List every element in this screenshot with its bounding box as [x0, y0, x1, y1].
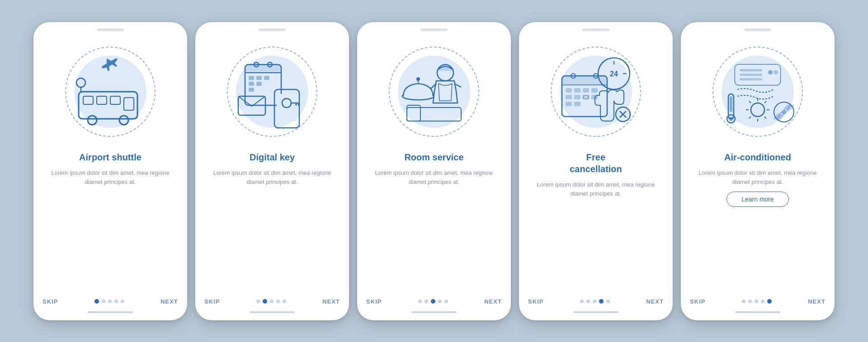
next-button-1[interactable]: NEXT — [160, 298, 178, 305]
next-button-5[interactable]: NEXT — [808, 298, 826, 305]
dot-1-3 — [108, 300, 112, 303]
svg-rect-15 — [256, 76, 262, 80]
nav-row-2: SKIP NEXT — [204, 298, 340, 305]
bottom-nav-1: SKIP NEXT — [33, 298, 187, 320]
dot-3-2 — [425, 300, 428, 303]
content-5: Air-conditioned Lorem ipsum dolor sit di… — [681, 34, 835, 298]
learn-more-button[interactable]: Learn more — [726, 192, 789, 207]
svg-point-66 — [768, 70, 773, 75]
description-4: Lorem ipsum dolor sit dim amet, mea regi… — [530, 180, 662, 199]
bottom-nav-3: SKIP NEXT — [357, 298, 511, 320]
description-2: Lorem ipsum dolor sit dim amet, mea regi… — [206, 169, 338, 187]
title-1: Airport shuttle — [79, 151, 142, 163]
dot-3-3 — [431, 299, 435, 304]
svg-rect-63 — [740, 69, 762, 71]
skip-button-4[interactable]: SKIP — [528, 298, 544, 305]
home-indicator-1 — [88, 311, 133, 313]
illustration-air-conditioned — [703, 37, 812, 146]
svg-line-81 — [749, 117, 751, 118]
content-2: Digital key Lorem ipsum dolor sit dim am… — [195, 34, 349, 298]
dot-5-2 — [748, 300, 752, 303]
svg-rect-6 — [124, 98, 134, 110]
svg-point-27 — [437, 65, 453, 81]
dots-3 — [418, 299, 448, 304]
svg-rect-14 — [249, 76, 254, 80]
top-bar-2 — [195, 22, 349, 34]
svg-rect-2 — [97, 96, 107, 104]
bottom-nav-4: SKIP NEXT — [519, 298, 673, 320]
phone-screen-2: Digital key Lorem ipsum dolor sit dim am… — [195, 22, 349, 320]
title-3: Room service — [404, 151, 463, 163]
svg-rect-51 — [574, 95, 580, 99]
top-bar-4 — [519, 22, 673, 34]
dot-2-3 — [270, 300, 274, 303]
svg-rect-49 — [591, 88, 598, 93]
next-button-3[interactable]: NEXT — [484, 298, 502, 305]
svg-rect-65 — [740, 78, 762, 80]
speaker-2 — [259, 28, 286, 31]
svg-rect-46 — [566, 88, 572, 93]
svg-rect-42 — [562, 76, 607, 85]
free-cancellation-svg: 24 — [555, 51, 637, 132]
skip-button-3[interactable]: SKIP — [366, 298, 382, 305]
nav-row-1: SKIP NEXT — [42, 298, 178, 305]
dot-5-5 — [767, 299, 772, 304]
speaker-4 — [582, 28, 609, 31]
speaker-5 — [744, 28, 771, 31]
dot-4-1 — [580, 300, 584, 303]
svg-rect-10 — [245, 65, 281, 73]
content-1: Airport shuttle Lorem ipsum dolor sit di… — [33, 34, 187, 298]
svg-rect-17 — [249, 82, 254, 86]
digital-key-svg — [231, 51, 313, 132]
description-1: Lorem ipsum dolor sit dim amet, mea regi… — [44, 169, 176, 187]
phone-screen-1: Airport shuttle Lorem ipsum dolor sit di… — [33, 22, 187, 320]
skip-button-1[interactable]: SKIP — [42, 298, 58, 305]
next-button-4[interactable]: NEXT — [646, 298, 664, 305]
dot-4-4 — [599, 299, 604, 304]
svg-line-79 — [764, 117, 766, 118]
svg-rect-18 — [256, 82, 262, 86]
phone-screen-4: 24 — [519, 22, 673, 320]
svg-point-5 — [119, 116, 128, 125]
dots-1 — [94, 299, 124, 304]
description-3: Lorem ipsum dolor sit dim amet, mea regi… — [368, 169, 500, 187]
svg-point-33 — [416, 77, 420, 81]
dot-2-1 — [256, 300, 260, 303]
svg-point-4 — [88, 116, 97, 125]
top-bar-3 — [357, 22, 511, 34]
dots-5 — [742, 299, 772, 304]
svg-point-73 — [754, 106, 761, 113]
speaker-3 — [420, 28, 448, 31]
dot-1-5 — [121, 300, 124, 303]
dot-5-4 — [761, 300, 764, 303]
bottom-nav-5: SKIP NEXT — [681, 298, 835, 320]
nav-row-5: SKIP NEXT — [690, 298, 826, 305]
skip-button-5[interactable]: SKIP — [690, 298, 706, 305]
dot-4-2 — [586, 300, 590, 303]
svg-point-71 — [729, 117, 733, 121]
screens-container: Airport shuttle Lorem ipsum dolor sit di… — [33, 22, 835, 320]
svg-text:24: 24 — [610, 70, 618, 78]
dot-2-2 — [263, 299, 267, 304]
dot-1-4 — [114, 300, 118, 303]
illustration-airport-shuttle — [56, 37, 165, 146]
dot-1-1 — [94, 299, 99, 304]
svg-rect-3 — [110, 96, 120, 104]
speaker-1 — [97, 28, 124, 31]
dot-3-5 — [444, 300, 448, 303]
dot-2-5 — [283, 300, 286, 303]
top-bar-1 — [33, 22, 187, 34]
svg-rect-50 — [566, 95, 572, 99]
illustration-room-service — [380, 37, 488, 146]
nav-row-3: SKIP NEXT — [366, 298, 502, 305]
description-5: Lorem ipsum dolor sit dim amet, mea regi… — [692, 169, 824, 187]
room-service-svg — [393, 51, 475, 132]
svg-rect-64 — [740, 74, 762, 76]
nav-row-4: SKIP NEXT — [528, 298, 664, 305]
svg-rect-28 — [438, 67, 453, 71]
next-button-2[interactable]: NEXT — [322, 298, 340, 305]
skip-button-2[interactable]: SKIP — [204, 298, 220, 305]
dot-2-4 — [276, 300, 280, 303]
dot-4-5 — [606, 300, 610, 303]
svg-line-80 — [764, 101, 766, 103]
